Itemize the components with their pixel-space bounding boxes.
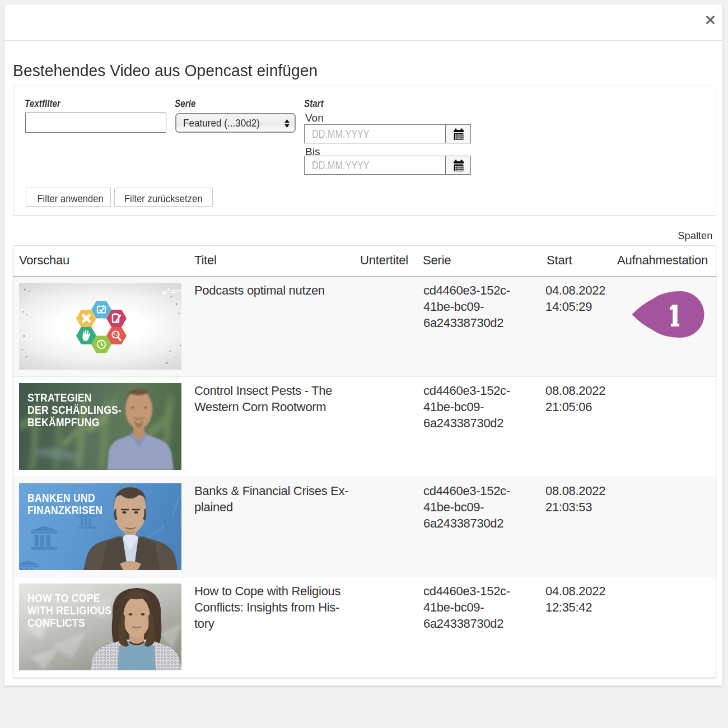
svg-text:u: u	[162, 288, 167, 297]
svg-text:b: b	[167, 287, 170, 292]
